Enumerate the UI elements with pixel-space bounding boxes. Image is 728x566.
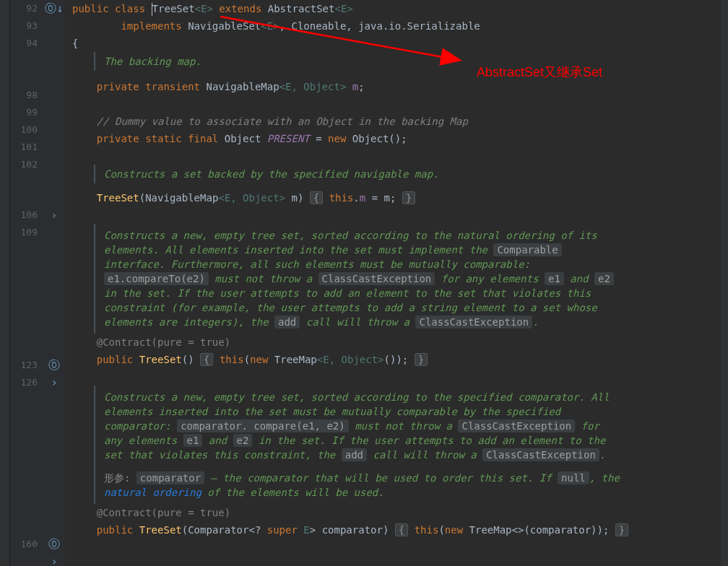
line-number bbox=[10, 173, 38, 206]
code-line-123[interactable]: public TreeSet() { this(new TreeMap<E, O… bbox=[72, 351, 728, 368]
javadoc-block: Constructs a new, empty tree set, sorted… bbox=[94, 386, 628, 504]
code-line-126[interactable] bbox=[72, 368, 728, 386]
folded-brace[interactable]: } bbox=[615, 523, 628, 536]
code-line-92[interactable]: public class TreeSet<E> extends Abstract… bbox=[72, 0, 728, 17]
code-line-99[interactable] bbox=[72, 95, 728, 113]
contract-annotation: @Contract(pure = true) bbox=[72, 334, 728, 351]
vertical-scrollbar[interactable] bbox=[721, 0, 728, 566]
code-line-106[interactable]: TreeSet(NavigableMap<E, Object> m) { thi… bbox=[72, 189, 728, 206]
javadoc-block: Constructs a new, empty tree set, sorted… bbox=[94, 224, 628, 334]
line-number: 92 bbox=[10, 0, 38, 17]
line-number-gutter[interactable]: 92 93 94 98 99 100 101 102 106 109 123 1… bbox=[10, 0, 43, 566]
line-number: 94 bbox=[10, 35, 38, 52]
code-line-102[interactable] bbox=[72, 147, 728, 165]
javadoc-block: The backing map. bbox=[94, 52, 628, 71]
code-line-160[interactable]: public TreeSet(Comparator<? super E> com… bbox=[72, 521, 728, 539]
line-number bbox=[10, 391, 38, 536]
code-editor[interactable]: 92 93 94 98 99 100 101 102 106 109 123 1… bbox=[0, 0, 728, 566]
line-number: 100 bbox=[10, 121, 38, 139]
line-number: 160 bbox=[10, 536, 38, 553]
code-line-93[interactable]: implements NavigableSet<E>, Cloneable, j… bbox=[72, 17, 728, 35]
folded-brace[interactable]: { bbox=[200, 353, 213, 366]
code-content[interactable]: public class TreeSet<E> extends Abstract… bbox=[65, 0, 728, 566]
left-marker-strip bbox=[0, 0, 10, 566]
overriding-method-icon[interactable]: ⓪↓ bbox=[43, 0, 65, 17]
code-line-100[interactable]: // Dummy value to associate with an Obje… bbox=[72, 113, 728, 130]
line-number bbox=[10, 241, 38, 357]
overriding-method-icon[interactable]: ⓪ › bbox=[43, 357, 65, 374]
code-line-98[interactable]: private transient NavigableMap<E, Object… bbox=[72, 78, 728, 95]
line-number: 101 bbox=[10, 139, 38, 156]
javadoc-block: Constructs a set backed by the specified… bbox=[94, 165, 628, 183]
folded-brace[interactable]: } bbox=[402, 191, 415, 204]
line-number: 106 bbox=[10, 206, 38, 224]
folded-brace[interactable]: { bbox=[395, 523, 408, 536]
overriding-method-icon[interactable]: ⓪ › bbox=[43, 536, 65, 553]
line-number: 99 bbox=[10, 104, 38, 121]
folded-brace[interactable]: { bbox=[310, 191, 323, 204]
folded-brace[interactable]: } bbox=[415, 353, 428, 366]
line-number: 93 bbox=[10, 17, 38, 35]
line-number: 109 bbox=[10, 224, 38, 241]
gutter-annotations[interactable]: ⓪↓ › ⓪ › ⓪ › bbox=[43, 0, 65, 566]
line-number: 102 bbox=[10, 156, 38, 173]
code-line-94[interactable]: { bbox=[72, 35, 728, 52]
line-number bbox=[10, 52, 38, 87]
code-line-109[interactable] bbox=[72, 206, 728, 224]
line-number: 123 bbox=[10, 357, 38, 374]
fold-indicator-icon[interactable]: › bbox=[43, 206, 65, 224]
contract-annotation: @Contract(pure = true) bbox=[72, 504, 728, 521]
line-number: 98 bbox=[10, 87, 38, 104]
code-line-101[interactable]: private static final Object PRESENT = ne… bbox=[72, 130, 728, 147]
line-number: 126 bbox=[10, 374, 38, 391]
